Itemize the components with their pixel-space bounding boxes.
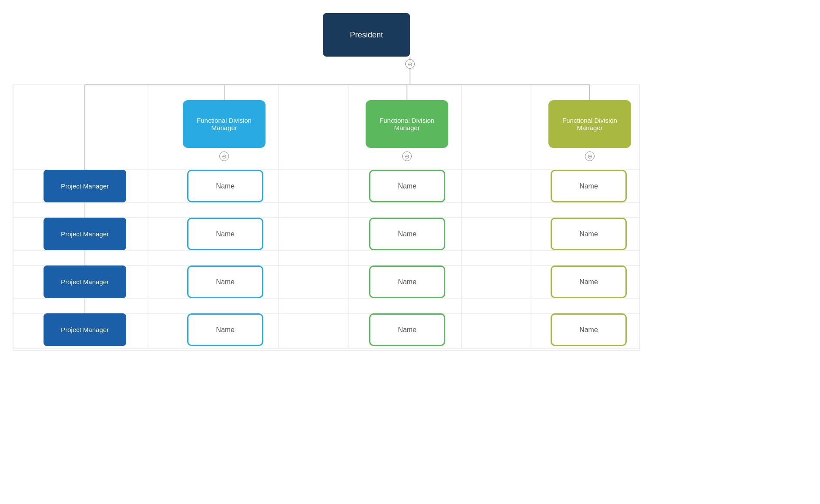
- connector-lines: [0, 0, 820, 504]
- fdm-node-yellow[interactable]: Functional Division Manager: [548, 100, 631, 148]
- pm-node-1[interactable]: Project Manager: [44, 170, 126, 202]
- collapse-fdm-yellow-icon[interactable]: ⊖: [585, 151, 595, 161]
- name-node-blue-4[interactable]: Name: [187, 313, 263, 346]
- collapse-fdm-green-icon[interactable]: ⊖: [402, 151, 412, 161]
- name-node-green-4[interactable]: Name: [369, 313, 445, 346]
- collapse-president-icon[interactable]: ⊖: [405, 59, 415, 69]
- name-node-green-1[interactable]: Name: [369, 170, 445, 202]
- name-node-yellow-1[interactable]: Name: [551, 170, 627, 202]
- name-node-yellow-3[interactable]: Name: [551, 265, 627, 298]
- pm-node-3[interactable]: Project Manager: [44, 265, 126, 298]
- name-node-blue-3[interactable]: Name: [187, 265, 263, 298]
- org-chart: President ⊖ Functional Division Manager …: [0, 0, 820, 504]
- name-node-yellow-4[interactable]: Name: [551, 313, 627, 346]
- name-node-green-3[interactable]: Name: [369, 265, 445, 298]
- grid-lines: [0, 0, 820, 504]
- president-node[interactable]: President: [323, 13, 410, 57]
- name-node-yellow-2[interactable]: Name: [551, 218, 627, 250]
- fdm-node-green[interactable]: Functional Division Manager: [366, 100, 448, 148]
- name-node-blue-2[interactable]: Name: [187, 218, 263, 250]
- pm-node-2[interactable]: Project Manager: [44, 218, 126, 250]
- pm-node-4[interactable]: Project Manager: [44, 313, 126, 346]
- name-node-blue-1[interactable]: Name: [187, 170, 263, 202]
- fdm-node-blue[interactable]: Functional Division Manager: [183, 100, 265, 148]
- name-node-green-2[interactable]: Name: [369, 218, 445, 250]
- collapse-fdm-blue-icon[interactable]: ⊖: [219, 151, 229, 161]
